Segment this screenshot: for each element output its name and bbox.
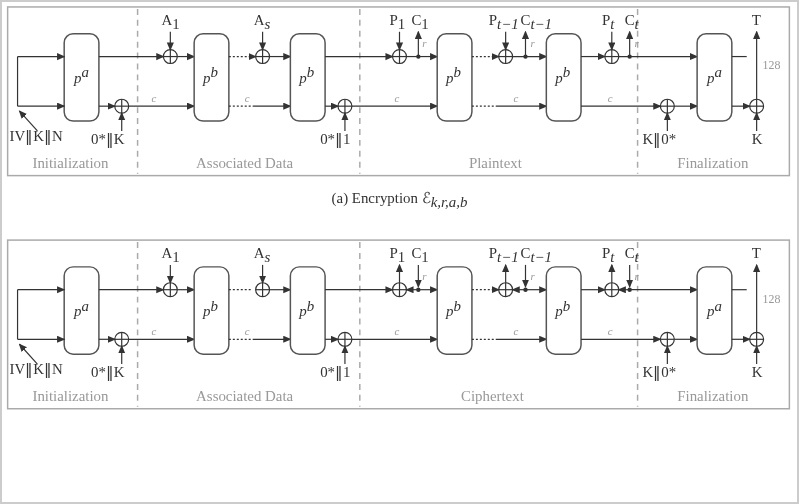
xor-p1 [393,50,407,64]
Ptm1-label: Pt−1 [489,12,519,32]
caption-a: (a) Encryption ℰk,r,a,b [332,190,468,210]
svg-text:Finalization: Finalization [677,388,749,404]
xor-as [256,50,270,64]
T-label: T [752,12,761,28]
Ctm1-label: Ct−1 [521,12,553,32]
svg-text:Pt: Pt [602,245,615,265]
svg-root: pa IV‖K‖N 0*‖K A1 c pb c As pb 0*‖1 P1 C… [2,2,797,502]
svg-text:r: r [635,37,640,49]
svg-text:Ct−1: Ct−1 [521,245,553,265]
svg-text:T: T [752,245,761,261]
svg-text:Pt−1: Pt−1 [489,245,519,265]
figure-b: pa IV‖K‖N 0*‖K A1 c pb c As pb 0*‖1 P1 C… [8,240,790,409]
svg-text:c: c [151,325,156,337]
Ct-label: Ct [625,12,640,32]
z1-label: 0*‖1 [320,131,350,148]
svg-text:Ct: Ct [625,245,640,265]
svg-text:K: K [752,364,763,380]
svg-text:P1: P1 [390,245,406,265]
svg-text:c: c [608,92,613,104]
Pt-label: Pt [602,12,615,32]
svg-text:K‖0*: K‖0* [643,364,677,381]
svg-text:A1: A1 [161,245,179,265]
svg-text:0*‖K: 0*‖K [91,364,125,381]
xor-ptm1 [499,50,513,64]
svg-text:c: c [245,325,250,337]
figure-a: pa IV‖K‖N 0*‖K A1 c pb c As pb 0*‖1 P1 C… [8,7,790,176]
phase-pt: Plaintext [469,155,523,171]
svg-text:r: r [530,270,535,282]
bits-128: 128 [763,58,781,72]
r-label: r [422,37,427,49]
xor-a1 [163,50,177,64]
svg-text:Initialization: Initialization [32,388,109,404]
svg-text:Associated Data: Associated Data [196,388,293,404]
svg-text:C1: C1 [411,245,428,265]
svg-text:c: c [395,92,400,104]
K-label: K [752,131,763,147]
svg-text:c: c [245,92,250,104]
svg-text:r: r [635,270,640,282]
svg-text:128: 128 [763,292,781,306]
svg-text:c: c [608,325,613,337]
phase-ad: Associated Data [196,155,293,171]
xor-pt [605,50,619,64]
diagram-frame: pa IV‖K‖N 0*‖K A1 c pb c As pb 0*‖1 P1 C… [0,0,799,504]
svg-text:0*‖1: 0*‖1 [320,364,350,381]
A1-label: A1 [161,12,179,32]
P1-label: P1 [390,12,406,32]
As-label: As [254,12,271,32]
c-label: c [151,92,156,104]
xor-kpre [660,99,674,113]
svg-text:r: r [422,270,427,282]
phase-fin: Finalization [677,155,749,171]
zK-label: 0*‖K [91,131,125,148]
phase-init: Initialization [32,155,109,171]
phase-ct: Ciphertext [461,388,525,404]
xor-kpost [750,99,764,113]
C1-label: C1 [411,12,428,32]
svg-text:c: c [514,325,519,337]
xor-sep [338,99,352,113]
svg-text:c: c [514,92,519,104]
svg-text:As: As [254,245,271,265]
svg-text:r: r [530,37,535,49]
svg-text:c: c [395,325,400,337]
pa-label: p [73,70,81,86]
Kz-label: K‖0* [643,131,677,148]
xor-init [115,99,129,113]
